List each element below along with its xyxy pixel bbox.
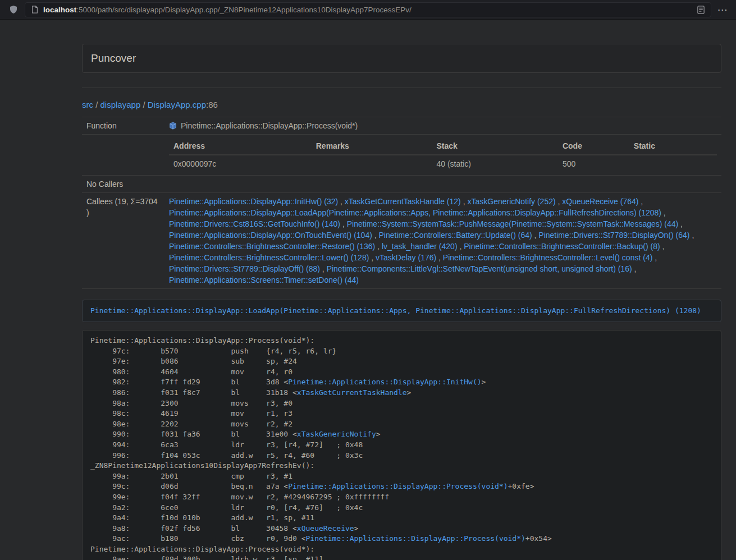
column-header-stack: Stack [432,137,557,155]
no-callers-label: No Callers [82,176,164,193]
metrics-value-row: 0x0000097c 40 (static) 500 [169,155,717,172]
callee-link[interactable]: Pinetime::Drivers::Cst816S::GetTouchInfo… [169,219,340,228]
column-header-static: Static [629,137,717,155]
remarks-value [312,155,432,172]
code-symbol-link[interactable]: Pinetime::Applications::DisplayApp::Proc… [306,534,525,543]
function-row-label: Function [82,117,164,135]
url-path: :5000/path/src/displayapp/DisplayApp.cpp… [76,6,412,14]
callee-link[interactable]: Pinetime::Controllers::BrightnessControl… [169,242,375,251]
callee-link[interactable]: xTaskGenericNotify (252) [467,197,555,206]
reader-mode-icon [697,6,705,14]
reader-mode-button[interactable] [697,6,705,14]
code-symbol-link[interactable]: Pinetime::Applications::DisplayApp::Init… [288,378,481,386]
code-symbol-link[interactable]: xTaskGenericNotify [297,430,376,438]
callee-link[interactable]: lv_task_handler (420) [382,242,458,251]
callees-list: Pinetime::Applications::DisplayApp::Init… [164,193,721,289]
page-title: Puncover [91,52,136,64]
breadcrumb-link-displayapp[interactable]: displayapp [100,100,141,109]
callee-link[interactable]: vTaskDelay (176) [376,253,436,262]
url-bar[interactable]: localhost:5000/path/src/displayapp/Displ… [25,2,711,17]
callee-link[interactable]: Pinetime::Applications::DisplayApp::Load… [169,208,661,217]
function-icon [169,122,177,130]
no-callers-row: No Callers [82,176,721,193]
breadcrumb-link-file[interactable]: DisplayApp.cpp [148,100,206,109]
overflow-menu-button[interactable]: ⋯ [715,2,730,17]
breadcrumb-link-src[interactable]: src [82,100,93,109]
callee-link[interactable]: Pinetime::Applications::Screens::Timer::… [169,276,359,284]
code-symbol-link[interactable]: xQueueReceive [297,524,354,533]
highlighted-callee-box: Pinetime::Applications::DisplayApp::Load… [82,300,721,322]
column-header-address: Address [169,137,312,155]
callee-link[interactable]: Pinetime::Controllers::BrightnessControl… [443,253,652,262]
page-content: Puncover src / displayapp / DisplayApp.c… [82,44,721,560]
address-value: 0x0000097c [169,155,312,172]
disassembly: Pinetime::Applications::DisplayApp::Proc… [90,336,713,560]
column-header-code: Code [558,137,629,155]
overflow-menu-icon: ⋯ [717,4,728,15]
column-header-remarks: Remarks [312,137,432,155]
breadcrumb-separator: / [140,100,148,109]
symbol-table: Function Pinetime::Applications::Display… [82,117,721,289]
callee-link[interactable]: xTaskGetCurrentTaskHandle (12) [345,197,461,206]
metrics-row: Address Remarks Stack Code Static 0x0000… [82,135,721,176]
page-icon [31,6,39,13]
callees-label: Callees (19, Σ=3704 ) [82,193,164,289]
callee-link[interactable]: Pinetime::Drivers::St7789::DisplayOff() … [169,264,320,273]
callee-link[interactable]: Pinetime::System::SystemTask::PushMessag… [347,219,679,228]
code-symbol-link[interactable]: xTaskGetCurrentTaskHandle [297,388,407,397]
app-header-panel: Puncover [82,44,721,73]
function-row: Function Pinetime::Applications::Display… [82,117,721,135]
url-text: localhost:5000/path/src/displayapp/Displ… [43,6,412,14]
callee-link[interactable]: Pinetime::Controllers::BrightnessControl… [464,242,660,251]
browser-chrome: localhost:5000/path/src/displayapp/Displ… [0,0,736,20]
breadcrumb-line-number: :86 [206,100,218,109]
metrics-table: Address Remarks Stack Code Static 0x0000… [169,137,717,172]
shield-icon [9,5,18,14]
code-symbol-link[interactable]: Pinetime::Applications::DisplayApp::Proc… [288,482,508,490]
divider [82,88,721,88]
highlighted-callee-link[interactable]: Pinetime::Applications::DisplayApp::Load… [90,306,701,315]
function-name: Pinetime::Applications::DisplayApp::Proc… [181,120,358,131]
static-value [629,155,717,172]
callee-link[interactable]: Pinetime::Components::LittleVgl::SetNewT… [327,264,632,273]
callees-row: Callees (19, Σ=3704 ) Pinetime::Applicat… [82,193,721,289]
callee-link[interactable]: Pinetime::Applications::DisplayApp::OnTo… [169,231,372,240]
callee-link[interactable]: Pinetime::Drivers::St7789::DisplayOn() (… [538,231,689,240]
callee-link[interactable]: Pinetime::Controllers::Battery::Update()… [379,231,532,240]
url-host: localhost [43,6,76,14]
callee-link[interactable]: Pinetime::Applications::DisplayApp::Init… [169,197,338,206]
stack-value: 40 (static) [432,155,557,172]
metrics-header-row: Address Remarks Stack Code Static [169,137,717,155]
shield-button[interactable] [6,2,21,17]
disassembly-panel: Pinetime::Applications::DisplayApp::Proc… [82,330,721,560]
callee-link[interactable]: xQueueReceive (764) [562,197,638,206]
callee-link[interactable]: Pinetime::Controllers::BrightnessControl… [169,253,369,262]
code-size-value: 500 [558,155,629,172]
breadcrumb: src / displayapp / DisplayApp.cpp:86 [82,99,721,111]
breadcrumb-separator: / [93,100,100,109]
